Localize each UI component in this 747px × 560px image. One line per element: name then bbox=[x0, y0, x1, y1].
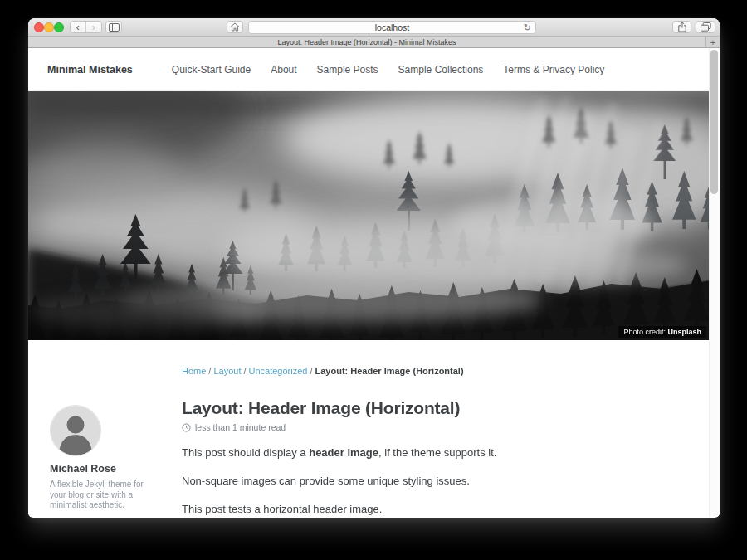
reload-icon[interactable]: ↻ bbox=[524, 22, 531, 34]
minimize-window-button[interactable] bbox=[44, 22, 54, 32]
author-sidebar: Michael Rose A flexible Jekyll theme for… bbox=[50, 405, 181, 511]
tab-title: Layout: Header Image (Horizontal) - Mini… bbox=[277, 38, 456, 46]
page-content: Home/Layout/Uncategorized/Layout: Header… bbox=[28, 340, 720, 516]
site-title-link[interactable]: Minimal Mistakes bbox=[47, 64, 133, 75]
author-bio: A flexible Jekyll theme for your blog or… bbox=[50, 480, 144, 511]
tab-overview-button[interactable] bbox=[696, 21, 715, 33]
share-button[interactable] bbox=[672, 21, 691, 33]
scrollbar-thumb[interactable] bbox=[710, 50, 718, 194]
person-silhouette-icon bbox=[51, 406, 100, 455]
paragraph-1-text-after: , if the theme supports it. bbox=[378, 446, 496, 459]
breadcrumb-uncategorized[interactable]: Uncategorized bbox=[249, 366, 308, 376]
site-nav: Quick-Start Guide About Sample Posts Sam… bbox=[172, 64, 605, 75]
address-bar[interactable]: localhost ↻ bbox=[248, 21, 536, 34]
nav-link-sample-collections[interactable]: Sample Collections bbox=[398, 64, 484, 75]
sidebar-icon bbox=[109, 23, 120, 32]
forward-button[interactable]: › bbox=[86, 22, 102, 32]
read-time-meta: less than 1 minute read bbox=[182, 422, 720, 432]
close-window-button[interactable] bbox=[34, 22, 44, 32]
breadcrumb-separator: / bbox=[307, 366, 315, 376]
nav-link-terms-privacy[interactable]: Terms & Privacy Policy bbox=[503, 64, 604, 75]
read-time-text: less than 1 minute read bbox=[195, 422, 286, 432]
url-text: localhost bbox=[375, 22, 409, 32]
paragraph-3: This post tests a horizontal header imag… bbox=[182, 503, 720, 516]
photo-credit-overlay: Photo credit: Unsplash bbox=[618, 326, 706, 338]
clock-icon bbox=[182, 423, 191, 432]
page-viewport: Minimal Mistakes Quick-Start Guide About… bbox=[28, 48, 720, 516]
nav-link-quick-start-guide[interactable]: Quick-Start Guide bbox=[172, 64, 251, 75]
zoom-window-button[interactable] bbox=[54, 22, 64, 32]
paragraph-1: This post should display a header image,… bbox=[182, 446, 720, 460]
share-icon bbox=[677, 22, 687, 32]
new-tab-button[interactable]: + bbox=[706, 37, 720, 47]
foggy-forest-illustration bbox=[28, 91, 720, 340]
avatar bbox=[50, 405, 101, 456]
tab-bar: Layout: Header Image (Horizontal) - Mini… bbox=[28, 37, 720, 48]
nav-link-about[interactable]: About bbox=[271, 64, 296, 75]
breadcrumb-separator: / bbox=[241, 366, 248, 376]
browser-window: ‹ › localhost ↻ Layout: Header Image (Ho… bbox=[28, 18, 720, 518]
home-button[interactable] bbox=[227, 21, 243, 33]
back-button[interactable]: ‹ bbox=[71, 22, 86, 32]
photo-credit-label: Photo credit: bbox=[623, 328, 666, 336]
paragraph-1-text: This post should display a bbox=[182, 446, 309, 459]
article: Layout: Header Image (Horizontal) less t… bbox=[182, 398, 720, 516]
paragraph-1-bold: header image bbox=[309, 446, 378, 459]
browser-toolbar: ‹ › localhost ↻ bbox=[28, 18, 720, 37]
sidebar-toggle-button[interactable] bbox=[105, 21, 122, 33]
nav-link-sample-posts[interactable]: Sample Posts bbox=[317, 64, 378, 75]
page-title: Layout: Header Image (Horizontal) bbox=[182, 398, 720, 418]
breadcrumb-current: Layout: Header Image (Horizontal) bbox=[315, 366, 464, 376]
site-masthead: Minimal Mistakes Quick-Start Guide About… bbox=[28, 48, 720, 91]
breadcrumb-layout[interactable]: Layout bbox=[213, 366, 241, 376]
history-nav-group: ‹ › bbox=[70, 21, 102, 33]
header-image: Photo credit: Unsplash bbox=[28, 91, 720, 340]
breadcrumb: Home/Layout/Uncategorized/Layout: Header… bbox=[182, 366, 464, 376]
author-name: Michael Rose bbox=[50, 463, 181, 475]
tab-active[interactable]: Layout: Header Image (Horizontal) - Mini… bbox=[28, 37, 706, 47]
scrollbar-track[interactable] bbox=[709, 48, 720, 516]
paragraph-2: Non-square images can provide some uniqu… bbox=[182, 475, 720, 489]
breadcrumb-home[interactable]: Home bbox=[182, 366, 206, 376]
home-icon bbox=[230, 22, 240, 32]
photo-credit-link[interactable]: Unsplash bbox=[667, 328, 701, 336]
tabs-icon bbox=[701, 22, 711, 32]
